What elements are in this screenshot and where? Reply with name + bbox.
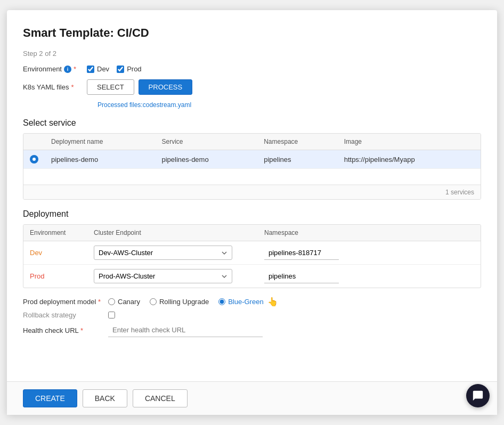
k8s-row: K8s YAML files * SELECT PROCESS — [23, 79, 481, 95]
col-service: Service — [155, 134, 257, 150]
col-cluster: Cluster Endpoint — [87, 225, 258, 241]
back-button[interactable]: BACK — [83, 389, 127, 407]
radio-canary[interactable]: Canary — [108, 298, 140, 306]
service-table: Deployment name Service Namespace Image … — [23, 134, 481, 185]
dev-cluster-cell: Dev-AWS-Cluster — [87, 241, 258, 265]
dev-cluster-select[interactable]: Dev-AWS-Cluster — [94, 246, 232, 260]
deployment-table-container: Environment Cluster Endpoint Namespace D… — [23, 224, 481, 288]
health-check-label: Health check URL * — [23, 326, 108, 334]
col-image: Image — [338, 134, 481, 150]
row-namespace: pipelines — [257, 150, 337, 169]
env-dev-checkbox[interactable] — [87, 66, 94, 73]
environment-label: Environment i * — [23, 65, 87, 73]
modal-container: Smart Template: CI/CD Step 2 of 2 Enviro… — [7, 10, 497, 415]
table-row-empty — [23, 169, 481, 185]
table-row[interactable]: pipelines-demo pipelines-demo pipelines … — [23, 150, 481, 169]
service-table-header: Deployment name Service Namespace Image — [23, 134, 481, 150]
service-table-container: Deployment name Service Namespace Image … — [23, 133, 481, 200]
k8s-buttons: SELECT PROCESS — [87, 79, 192, 95]
deploy-row-prod: Prod Prod-AWS-Cluster — [23, 265, 481, 288]
select-service-title: Select service — [23, 118, 481, 128]
prod-deployment-model-label: Prod deployment model * — [23, 298, 108, 306]
create-button[interactable]: CREATE — [23, 389, 77, 407]
service-table-footer: 1 services — [23, 185, 481, 199]
col-env: Environment — [23, 225, 87, 241]
row-service: pipelines-demo — [155, 150, 257, 169]
dev-namespace-input[interactable] — [264, 246, 339, 260]
chat-icon — [472, 390, 484, 402]
prod-cluster-select[interactable]: Prod-AWS-Cluster — [94, 269, 232, 283]
deployment-title: Deployment — [23, 209, 481, 219]
row-image: https://pipelines/Myapp — [338, 150, 481, 169]
env-dev-checkbox-item[interactable]: Dev — [87, 65, 109, 73]
deployment-model-radio-group: Canary Rolling Upgrade Blue-Green 👆 — [108, 297, 278, 307]
radio-bluegreen[interactable]: Blue-Green 👆 — [218, 297, 278, 307]
environment-info-icon[interactable]: i — [64, 66, 71, 73]
selected-indicator — [30, 155, 38, 164]
row-radio — [23, 150, 45, 169]
radio-rolling[interactable]: Rolling Upgrade — [150, 298, 209, 306]
rollback-label: Rollback strategy — [23, 311, 108, 319]
env-prod-label: Prod — [30, 272, 44, 280]
environment-row: Environment i * Dev Prod — [23, 65, 481, 73]
col-deployment-name: Deployment name — [45, 134, 155, 150]
col-ns: Namespace — [258, 225, 481, 241]
chat-bubble[interactable] — [466, 384, 490, 407]
cancel-button[interactable]: CANCEL — [133, 389, 188, 407]
deploy-row-dev: Dev Dev-AWS-Cluster — [23, 241, 481, 265]
process-button[interactable]: PROCESS — [139, 79, 193, 95]
prod-cluster-cell: Prod-AWS-Cluster — [87, 265, 258, 288]
page-title: Smart Template: CI/CD — [23, 26, 481, 40]
radio-canary-input[interactable] — [108, 298, 115, 305]
col-namespace: Namespace — [257, 134, 337, 150]
cursor-hand-icon: 👆 — [267, 297, 278, 307]
dev-ns-cell — [258, 241, 481, 265]
prod-ns-cell — [258, 265, 481, 288]
select-button[interactable]: SELECT — [87, 79, 134, 95]
k8s-label: K8s YAML files * — [23, 83, 87, 91]
modal-body: Smart Template: CI/CD Step 2 of 2 Enviro… — [7, 10, 497, 381]
deployment-table: Environment Cluster Endpoint Namespace D… — [23, 225, 481, 288]
env-prod-checkbox-item[interactable]: Prod — [117, 65, 141, 73]
env-dev-label: Dev — [30, 249, 42, 257]
env-prod-checkbox[interactable] — [117, 66, 124, 73]
rollback-row: Rollback strategy — [23, 311, 481, 319]
row-deployment-name: pipelines-demo — [45, 150, 155, 169]
modal-footer: CREATE BACK CANCEL — [7, 381, 497, 415]
step-indicator: Step 2 of 2 — [23, 50, 481, 58]
processed-files-label: Processed files:codestream.yaml — [97, 101, 481, 109]
health-check-input[interactable] — [108, 323, 263, 337]
deploy-table-header: Environment Cluster Endpoint Namespace — [23, 225, 481, 241]
health-check-row: Health check URL * — [23, 323, 481, 337]
rollback-checkbox[interactable] — [108, 312, 115, 318]
prod-namespace-input[interactable] — [264, 269, 339, 283]
environment-checkbox-group: Dev Prod — [87, 65, 142, 73]
radio-rolling-input[interactable] — [150, 298, 157, 305]
col-select — [23, 134, 45, 150]
radio-bluegreen-input[interactable] — [218, 298, 225, 305]
prod-deployment-model-row: Prod deployment model * Canary Rolling U… — [23, 297, 481, 307]
